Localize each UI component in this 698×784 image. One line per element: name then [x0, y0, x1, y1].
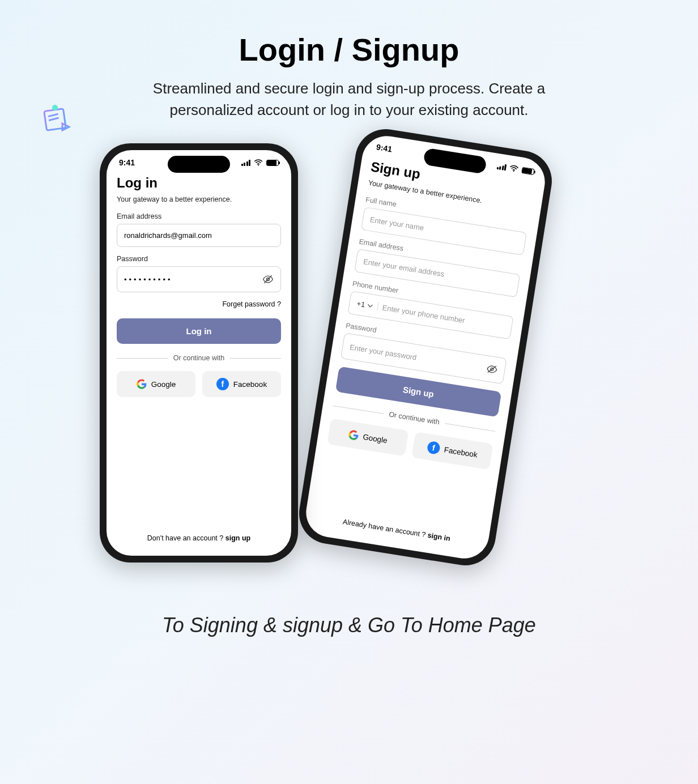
password-input[interactable]: ••••••••••	[117, 266, 281, 292]
forgot-password-link[interactable]: Forget password ?	[117, 300, 281, 308]
google-label: Google	[151, 380, 176, 389]
battery-icon	[521, 167, 534, 175]
phone-login: 9:41 Log in Your gateway to a better exp…	[100, 143, 298, 563]
status-time: 9:41	[376, 143, 393, 154]
facebook-icon: f	[427, 441, 441, 455]
facebook-label: Facebook	[233, 380, 267, 389]
email-input[interactable]	[117, 224, 281, 247]
facebook-label: Facebook	[444, 445, 478, 459]
facebook-login-button[interactable]: f Facebook	[202, 371, 281, 397]
status-time: 9:41	[119, 158, 135, 167]
email-field[interactable]	[124, 231, 274, 240]
eye-off-icon[interactable]	[486, 363, 499, 376]
google-label: Google	[363, 433, 388, 445]
svg-point-4	[258, 165, 259, 166]
phone-code-selector[interactable]: +1	[356, 300, 378, 312]
facebook-icon: f	[216, 378, 229, 390]
page-title: Login / Signup	[0, 0, 698, 68]
svg-line-2	[49, 118, 59, 120]
login-title: Log in	[117, 175, 281, 191]
facebook-signup-button[interactable]: f Facebook	[411, 432, 493, 470]
svg-point-3	[52, 105, 58, 110]
battery-icon	[266, 160, 279, 166]
signup-footer: Already have an account ? sign in	[313, 514, 478, 561]
email-label: Email address	[117, 212, 281, 220]
eye-off-icon[interactable]	[262, 274, 274, 285]
signal-icon	[496, 163, 507, 171]
password-field[interactable]: ••••••••••	[124, 275, 173, 284]
svg-point-7	[513, 171, 514, 172]
chevron-down-icon	[367, 302, 373, 309]
phone-mockups: 9:41 Log in Your gateway to a better exp…	[94, 143, 604, 608]
signup-link[interactable]: sign up	[225, 534, 250, 542]
page-subtitle: Streamlined and secure login and sign-up…	[128, 78, 570, 121]
login-divider: Or continue with	[117, 354, 281, 362]
wifi-icon	[254, 159, 263, 166]
login-button[interactable]: Log in	[117, 318, 281, 344]
google-login-button[interactable]: Google	[117, 371, 195, 397]
password-label: Password	[117, 255, 281, 263]
google-icon	[348, 429, 360, 441]
note-icon	[40, 102, 74, 136]
wifi-icon	[509, 165, 519, 173]
google-icon	[137, 379, 147, 389]
signin-link[interactable]: sign in	[427, 531, 451, 543]
phone-signup: 9:41 Sign up Your gateway to a better ex…	[295, 125, 556, 570]
login-footer: Don't have an account ? sign up	[117, 534, 281, 556]
google-signup-button[interactable]: Google	[327, 419, 408, 457]
bottom-caption: To Signing & signup & Go To Home Page	[0, 613, 698, 637]
login-subtitle: Your gateway to a better experience.	[117, 195, 281, 203]
signal-icon	[241, 160, 251, 166]
svg-line-1	[48, 114, 58, 116]
phone-notch	[168, 156, 230, 173]
